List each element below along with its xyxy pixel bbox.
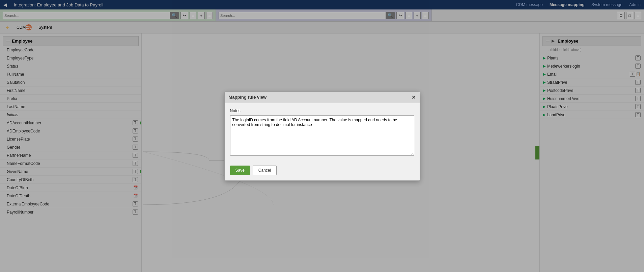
modal-cancel-button[interactable]: Cancel <box>253 166 277 175</box>
mapping-rule-modal: Mapping rule view ✕ Notes The loginID co… <box>224 92 420 181</box>
modal-footer: Save Cancel <box>225 162 420 180</box>
modal-notes-textarea[interactable]: The loginID comes from the field AD Acco… <box>230 115 414 156</box>
modal-header: Mapping rule view ✕ <box>225 92 420 103</box>
modal-save-button[interactable]: Save <box>230 166 250 175</box>
modal-body: Notes The loginID comes from the field A… <box>225 103 420 162</box>
modal-title: Mapping rule view <box>229 95 267 100</box>
modal-notes-label: Notes <box>230 108 414 113</box>
modal-close-button[interactable]: ✕ <box>412 95 416 100</box>
modal-overlay: Mapping rule view ✕ Notes The loginID co… <box>0 0 644 272</box>
